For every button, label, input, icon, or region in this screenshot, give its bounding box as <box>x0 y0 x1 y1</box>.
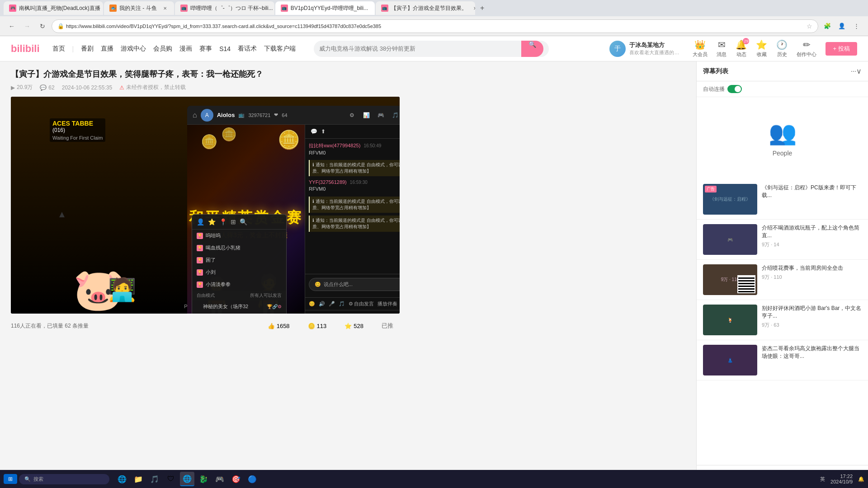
tab-3[interactable]: 📺 哔哩哔哩（゜-゜）つロ 干杯~bili... ✕ <box>175 1 274 15</box>
room-person-icon[interactable]: 👤 <box>197 218 204 225</box>
room-search-icon[interactable]: 🔍 <box>240 218 247 225</box>
nav-game-center[interactable]: 游戏中心 <box>121 45 146 53</box>
taskbar-search[interactable]: 🔍 搜索 <box>19 474 109 484</box>
popup-icon4[interactable]: 🎵 <box>390 110 400 121</box>
chat-input-box[interactable]: 😊 说点什么吧... <box>309 278 400 291</box>
nav-home[interactable]: 首页 <box>52 45 65 53</box>
tool-free-speech[interactable]: ⚙ 自由发言 <box>349 300 374 307</box>
room-item-kunle[interactable]: 🏆 困了 <box>192 254 286 266</box>
nav-tips[interactable]: 看话术 <box>238 45 257 53</box>
taskbar-icon-game4[interactable]: 🔵 <box>245 472 259 486</box>
room-item-wuya[interactable]: 🏆 呜哇呜 <box>192 230 286 242</box>
address-bar[interactable]: 🔒 https://www.bilibili.com/video/BV1pD1q… <box>52 19 818 33</box>
sub-room-mysterious[interactable]: 神秘的美女（场序32 🏆🔗⚙ <box>192 300 286 313</box>
sidebar-up-icon[interactable]: ⬆ <box>321 128 326 135</box>
rec-item-1[interactable]: 广告 《剑与远征：启程》 《剑与远征：启程》PC版来袭！即可下载... <box>697 179 868 220</box>
extensions-button[interactable]: 🧩 <box>821 20 834 33</box>
already-pushed-btn[interactable]: 已推 <box>375 319 400 333</box>
nav-anime[interactable]: 番剧 <box>81 45 94 53</box>
tool-play-music[interactable]: 播放伴奏 <box>377 300 397 307</box>
reload-button[interactable]: ↻ <box>36 20 49 33</box>
room-home-icon[interactable]: ⭐ <box>208 218 216 225</box>
nav-shop[interactable]: 会员购 <box>153 45 172 53</box>
search-button[interactable]: 🔍 <box>521 41 543 57</box>
room-item-xiaoliu[interactable]: 🏆 小刘 <box>192 266 286 278</box>
rec-item-4[interactable]: 🍹 别好好评休闲酒吧小游 Bar's Bar，中文名亨子... 9万 · 63 <box>697 300 868 340</box>
start-button[interactable]: ⊞ <box>4 474 17 484</box>
taskbar-icon-browser[interactable]: 🌐 <box>180 472 194 486</box>
favorite-button[interactable]: ⭐ 528 <box>338 319 370 333</box>
popup-icon1[interactable]: ⚙ <box>346 110 357 121</box>
profile-button[interactable]: 👤 <box>835 20 848 33</box>
tab-5-close[interactable]: ✕ <box>472 5 475 12</box>
sidebar-chat-icon[interactable]: 💬 <box>311 128 317 135</box>
create-icon-group[interactable]: ✏ 创作中心 <box>797 39 816 58</box>
dynamic-icon-group[interactable]: 🔔 29 动态 <box>736 39 747 58</box>
room-grid-icon[interactable]: ⊞ <box>231 218 236 225</box>
nav-esports[interactable]: 赛事 <box>199 45 212 53</box>
people-label: People <box>773 150 793 157</box>
free-mode-notice: 所有人可以发言 <box>250 292 282 299</box>
taskbar-icon-game1[interactable]: 🐉 <box>196 472 211 486</box>
danmaku-expand-icon[interactable]: ∨ <box>856 67 862 75</box>
video-title: 【寅子】介游戏全是节目效果，笑得腿帮子疼，表哥：我一枪还能死？ <box>11 69 685 80</box>
tool-avatar[interactable]: 😊 <box>309 301 315 307</box>
taskbar-icon-game2[interactable]: 🎮 <box>212 472 227 486</box>
nav-s14[interactable]: S14 <box>219 45 231 52</box>
taskbar-icon-music[interactable]: 🎵 <box>147 472 162 486</box>
room-item-hexue[interactable]: 🏆 喝血残忍小乳猪 <box>192 242 286 254</box>
rec-item-5[interactable]: 👗 姿杰二哥看余玛高义旗袍露出整个大腿当场使眼：这哥哥... <box>697 340 868 380</box>
tab-2[interactable]: 🐟 我的关注 - 斗鱼 ✕ <box>104 1 174 15</box>
danmaku-title: 弹幕列表 <box>703 67 728 75</box>
tab-4-close[interactable]: ✕ <box>373 5 375 12</box>
tab-2-close[interactable]: ✕ <box>161 5 169 12</box>
coin-button[interactable]: 🪙 113 <box>302 319 333 333</box>
nav-live[interactable]: 直播 <box>101 45 113 53</box>
tool-music[interactable]: 🎵 <box>339 301 345 307</box>
taskbar-icon-shield[interactable]: 🛡 <box>164 472 178 486</box>
rec-item-3[interactable]: 9万 · 110 介绍喷花费事，当前周房间全垒击 9万 · 110 <box>697 260 868 300</box>
message-icon-group[interactable]: ✉ 消息 <box>717 39 726 58</box>
user-avatar-area[interactable]: 于 于冰岛某地方 喜欢看老大直播遇的观众一枚，主打一个迅速，喜欢就 <box>609 41 684 57</box>
post-button[interactable]: + 投稿 <box>826 42 857 56</box>
rec-item-2[interactable]: 🎮 介绍不喝酒游戏玩瓶子，配上这个角色简直... 9万 · 14 <box>697 220 868 260</box>
chat-input-placeholder: 说点什么吧... <box>324 281 353 288</box>
sub-room-ais[interactable]: 艾斯 when people t... <box>192 313 286 314</box>
nav-download[interactable]: 下载客户端 <box>264 45 296 53</box>
copyright-notice: ⚠ 未经作者授权，禁止转载 <box>119 84 186 91</box>
coin-icon-center: 🪙 <box>278 129 300 150</box>
tab-4[interactable]: 📺 BV1pD1qYYEyd-哔哩哔哩_bili... ✕ <box>275 1 375 15</box>
taskbar-icon-ie[interactable]: 🌐 <box>115 472 129 486</box>
tool-app-center[interactable]: ⊞ 应用中心 <box>319 313 344 314</box>
tool-volume[interactable]: 🔊 <box>319 301 325 307</box>
forward-button[interactable]: → <box>21 20 33 33</box>
danmaku-settings-icon[interactable]: ⋯ <box>851 68 856 75</box>
popup-home-icon[interactable]: ⌂ <box>193 111 197 119</box>
tool-mic[interactable]: 🎤 <box>329 301 335 307</box>
new-tab-button[interactable]: + <box>476 2 489 14</box>
tab-5[interactable]: 📺 【寅子】介游戏全是节目效果。 ✕ <box>376 1 475 15</box>
nav-manga[interactable]: 漫画 <box>179 45 192 53</box>
bilibili-logo[interactable]: bilibili <box>11 43 40 55</box>
tab-1[interactable]: 🎮 南枫叫|直播_死物(DeadLock)直播 ✕ <box>4 1 103 15</box>
search-bar[interactable]: 🔍 <box>314 41 549 57</box>
settings-button[interactable]: ⋮ <box>850 20 863 33</box>
like-button[interactable]: 👍 1658 <box>261 319 296 333</box>
tab-5-label: 【寅子】介游戏全是节目效果。 <box>391 5 467 12</box>
vip-icon-group[interactable]: 👑 大会员 <box>693 39 708 58</box>
popup-icon2[interactable]: 📊 <box>361 110 372 121</box>
room-item-xiaoqing[interactable]: 🏆 小清淡拳拳 <box>192 278 286 291</box>
popup-controls: ⚙ 📊 🎮 🎵 — □ ✕ <box>346 110 400 121</box>
search-input[interactable] <box>319 45 518 52</box>
taskbar-icon-file[interactable]: 📁 <box>131 472 146 486</box>
star-icon[interactable]: ☆ <box>807 23 812 30</box>
video-thumbnail[interactable]: ACES TABBE (016) Waiting For First Claim… <box>11 97 400 314</box>
taskbar-notification-icon[interactable]: 🔔 <box>858 476 864 482</box>
auto-next-toggle[interactable] <box>727 85 742 93</box>
popup-icon3[interactable]: 🎮 <box>375 110 386 121</box>
favorite-icon-group[interactable]: ⭐ 收藏 <box>756 39 767 58</box>
room-location-icon[interactable]: 📍 <box>219 218 227 225</box>
history-icon-group[interactable]: 🕐 历史 <box>776 39 788 58</box>
back-button[interactable]: ← <box>5 20 18 33</box>
taskbar-icon-game3[interactable]: 🎯 <box>229 472 243 486</box>
